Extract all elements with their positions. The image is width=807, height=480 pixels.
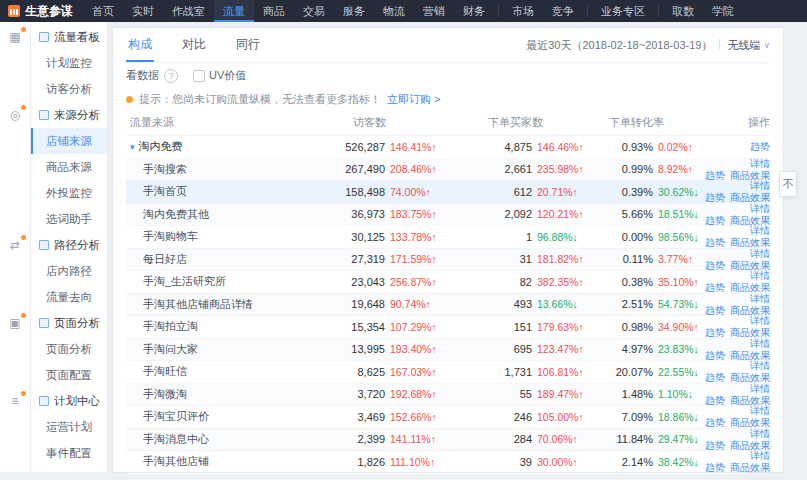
op-link[interactable]: 商品效果 (730, 215, 770, 226)
op-link[interactable]: 详情 (750, 383, 770, 394)
op-link[interactable]: 商品效果 (730, 237, 770, 248)
table-row[interactable]: 手淘宝贝评价3,469152.66%↑246105.00%↑7.09%18.86… (126, 406, 770, 429)
op-link[interactable]: 商品效果 (730, 372, 770, 383)
op-link[interactable]: 商品效果 (730, 350, 770, 361)
table-row[interactable]: ▾淘内免费526,287146.41%↑4,875146.46%↑0.93%0.… (126, 136, 770, 159)
nav-item[interactable]: 业务专区 (592, 0, 654, 22)
sidebar-item[interactable]: 店内路径 (31, 258, 107, 284)
nav-item[interactable]: 物流 (374, 0, 414, 22)
table-row[interactable]: 手淘消息中心2,399141.11%↑28470.06%↑11.84%29.47… (126, 429, 770, 452)
op-link[interactable]: 详情 (750, 203, 770, 214)
op-link[interactable]: 趋势 (750, 141, 770, 152)
sidebar-item[interactable]: 页面分析 (31, 336, 107, 362)
sidebar-group-header[interactable]: 路径分析 (31, 232, 107, 258)
uv-value-checkbox[interactable]: UV价值 (193, 68, 246, 83)
op-link[interactable]: 商品效果 (730, 170, 770, 181)
op-link[interactable]: 详情 (750, 248, 770, 259)
op-link[interactable]: 商品效果 (730, 282, 770, 293)
sidebar-item[interactable]: 选词助手 (31, 206, 107, 232)
view-tab[interactable]: 对比 (180, 28, 208, 62)
op-link[interactable]: 详情 (750, 180, 770, 191)
op-link[interactable]: 商品效果 (730, 462, 770, 473)
op-link[interactable]: 趋势 (705, 305, 725, 316)
op-link[interactable]: 趋势 (705, 170, 725, 181)
sidebar-group-header[interactable]: 页面分析 (31, 310, 107, 336)
op-link[interactable]: 趋势 (705, 350, 725, 361)
table-row[interactable]: 手淘其他店铺商品详情19,64890.74%↑49313.66%↓2.51%54… (126, 294, 770, 317)
op-link[interactable]: 趋势 (705, 417, 725, 428)
sidebar-item[interactable]: 流量去向 (31, 284, 107, 310)
nav-item[interactable]: 取数 (663, 0, 703, 22)
op-link[interactable]: 详情 (750, 158, 770, 169)
sidebar-item[interactable]: 事件配置 (31, 440, 107, 466)
op-link[interactable]: 详情 (750, 405, 770, 416)
table-row[interactable]: 手淘_生活研究所23,043256.87%↑82382.35%↑0.38%35.… (126, 271, 770, 294)
sidebar-group-header[interactable]: 计划中心 (31, 388, 107, 414)
nav-item[interactable]: 竞争 (543, 0, 583, 22)
nav-item[interactable]: 流量 (214, 0, 254, 22)
op-link[interactable]: 商品效果 (730, 260, 770, 271)
op-link[interactable]: 详情 (750, 270, 770, 281)
view-tab[interactable]: 同行 (234, 28, 262, 62)
app-logo[interactable]: 生意参谋 (0, 0, 83, 22)
nav-item[interactable]: 财务 (454, 0, 494, 22)
op-link[interactable]: 趋势 (705, 440, 725, 451)
table-row[interactable]: 手淘搜索267,490208.46%↑2,661235.98%↑0.99%8.9… (126, 159, 770, 182)
table-row[interactable]: 每日好店27,319171.59%↑31181.82%↑0.11%3.77%↑详… (126, 249, 770, 272)
path-analysis-icon[interactable]: ⇄ (7, 237, 23, 253)
op-link[interactable]: 趋势 (705, 282, 725, 293)
subscribe-link[interactable]: 立即订购 > (387, 92, 440, 107)
op-link[interactable]: 商品效果 (730, 192, 770, 203)
nav-item[interactable]: 实时 (123, 0, 163, 22)
sidebar-item[interactable]: 页面配置 (31, 362, 107, 388)
op-link[interactable]: 商品效果 (730, 440, 770, 451)
op-link[interactable]: 趋势 (705, 215, 725, 226)
table-row[interactable]: 手淘购物车30,125133.78%↑196.88%↓0.00%98.56%↓详… (126, 226, 770, 249)
op-link[interactable]: 详情 (750, 293, 770, 304)
sidebar-item[interactable]: 外投监控 (31, 180, 107, 206)
table-row[interactable]: 手淘微淘3,720192.68%↑55189.47%↑1.48%1.10%↓详情… (126, 384, 770, 407)
op-link[interactable]: 趋势 (705, 395, 725, 406)
table-row[interactable]: 手淘问大家13,995193.40%↑695123.47%↑4.97%23.83… (126, 339, 770, 362)
terminal-select[interactable]: 无线端 ∨ (727, 38, 770, 53)
op-link[interactable]: 商品效果 (730, 417, 770, 428)
nav-item[interactable]: 服务 (334, 0, 374, 22)
table-row[interactable]: 手淘首页158,49874.00%↑61220.71%↑0.39%30.62%↓… (126, 181, 770, 204)
view-tab[interactable]: 构成 (126, 28, 154, 62)
help-icon[interactable]: ? (164, 69, 178, 83)
op-link[interactable]: 详情 (750, 225, 770, 236)
op-link[interactable]: 商品效果 (730, 395, 770, 406)
op-link[interactable]: 趋势 (705, 237, 725, 248)
sidebar-group-header[interactable]: 来源分析 (31, 102, 107, 128)
sidebar-item[interactable]: 访客分析 (31, 76, 107, 102)
nav-item[interactable]: 营销 (414, 0, 454, 22)
sidebar-item[interactable]: 计划监控 (31, 50, 107, 76)
nav-item[interactable]: 学院 (703, 0, 743, 22)
table-row[interactable]: 手淘旺信8,625167.03%↑1,731106.81%↑20.07%22.5… (126, 361, 770, 384)
op-link[interactable]: 趋势 (705, 260, 725, 271)
op-link[interactable]: 详情 (750, 338, 770, 349)
op-link[interactable]: 趋势 (705, 462, 725, 473)
nav-item[interactable]: 交易 (294, 0, 334, 22)
table-row[interactable]: 淘内免费其他36,973183.75%↑2,092120.21%↑5.66%18… (126, 204, 770, 227)
source-analysis-icon[interactable]: ◎ (7, 107, 23, 123)
nav-item[interactable]: 商品 (254, 0, 294, 22)
op-link[interactable]: 趋势 (705, 327, 725, 338)
date-range-picker[interactable]: 最近30天（2018-02-18~2018-03-19） (526, 38, 712, 53)
nav-item[interactable]: 首页 (83, 0, 123, 22)
sidebar-item[interactable]: 运营计划 (31, 414, 107, 440)
sidebar-group-header[interactable]: 流量看板 (31, 24, 107, 50)
table-row[interactable]: 手淘其他店铺1,826111.10%↑3930.00%↑2.14%38.42%↓… (126, 451, 770, 474)
op-link[interactable]: 详情 (750, 428, 770, 439)
traffic-dashboard-icon[interactable]: ▦ (7, 29, 23, 45)
nav-item[interactable]: 作战室 (163, 0, 214, 22)
sidebar-item[interactable]: 商品来源 (31, 154, 107, 180)
table-row[interactable]: 手淘拍立淘15,354107.29%↑151179.63%↑0.98%34.90… (126, 316, 770, 339)
page-analysis-icon[interactable]: ▣ (7, 315, 23, 331)
nav-item[interactable]: 市场 (503, 0, 543, 22)
op-link[interactable]: 商品效果 (730, 305, 770, 316)
op-link[interactable]: 趋势 (705, 372, 725, 383)
op-link[interactable]: 商品效果 (730, 327, 770, 338)
sidebar-item[interactable]: 店铺来源 (31, 128, 107, 154)
expand-caret-icon[interactable]: ▾ (130, 142, 135, 152)
